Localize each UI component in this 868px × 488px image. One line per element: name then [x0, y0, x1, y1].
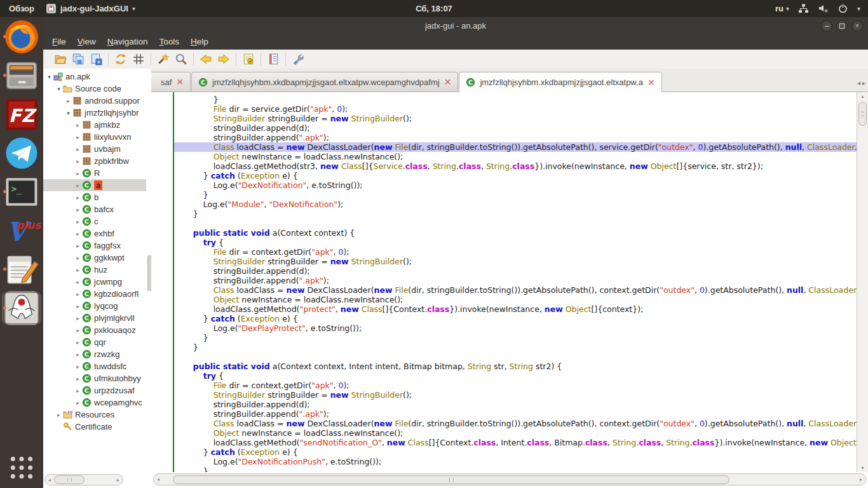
tree-item-liixyluvvxn[interactable]: ▸liixyluvvxn: [43, 131, 146, 143]
menu-tools[interactable]: Tools: [154, 35, 185, 48]
tab-scroll-right-icon[interactable]: ▸: [862, 79, 865, 86]
scroll-right-icon[interactable]: ▸: [857, 477, 865, 482]
scroll-left-icon[interactable]: ◂: [154, 477, 163, 482]
tree-item-qqr[interactable]: ▸Cqqr: [43, 336, 146, 348]
tree-collapsed-icon[interactable]: ▸: [74, 303, 82, 309]
tree-collapsed-icon[interactable]: ▸: [74, 376, 82, 382]
forward-button[interactable]: [217, 53, 230, 65]
tree-item-b[interactable]: ▸Cb: [43, 191, 146, 203]
scroll-left-icon[interactable]: ◂: [45, 477, 54, 483]
tree-collapsed-icon[interactable]: ▸: [55, 412, 63, 418]
reload-button[interactable]: [114, 53, 127, 65]
network-icon[interactable]: [798, 3, 809, 14]
dock-item-notes[interactable]: [3, 254, 41, 285]
tree-item-uvbajm[interactable]: ▸uvbajm: [43, 143, 146, 155]
tree-item-tuwddsfc[interactable]: ▸Ctuwddsfc: [43, 360, 146, 372]
dock-item-telegram[interactable]: [3, 138, 41, 168]
tree-item-r[interactable]: ▸CR: [43, 167, 146, 179]
tree-collapsed-icon[interactable]: ▸: [74, 363, 82, 370]
tree-collapsed-icon[interactable]: ▸: [74, 194, 82, 201]
tree-item-kgbzdioaorfl[interactable]: ▸Ckgbzdioaorfl: [43, 288, 146, 300]
preferences-button[interactable]: [292, 53, 304, 65]
tree-collapsed-icon[interactable]: ▸: [74, 279, 82, 285]
tree-collapsed-icon[interactable]: ▸: [74, 182, 82, 189]
keyboard-indicator[interactable]: ru ▾: [775, 4, 789, 13]
maximize-button[interactable]: [836, 20, 848, 32]
tree-item-ajmkbz[interactable]: ▸ajmkbz: [43, 119, 146, 131]
tab-wcepamghvdpafmj[interactable]: Cjmzfzllqhjsyhbm.xkdbapmjzjjsgaot.eltxat…: [191, 72, 458, 92]
tree-collapsed-icon[interactable]: ▸: [74, 388, 82, 394]
menu-help[interactable]: Help: [186, 35, 214, 48]
tree-collapsed-icon[interactable]: ▸: [74, 122, 82, 128]
tree-collapsed-icon[interactable]: ▸: [74, 134, 82, 140]
tree-item-huz[interactable]: ▸Chuz: [43, 264, 146, 276]
export-button[interactable]: [90, 53, 102, 65]
tree-collapsed-icon[interactable]: ▸: [74, 351, 82, 358]
tree-collapsed-icon[interactable]: ▸: [74, 146, 82, 152]
scroll-up-icon[interactable]: ▴: [857, 93, 868, 99]
tree-item-c[interactable]: ▸Cc: [43, 215, 146, 227]
tree-collapsed-icon[interactable]: ▸: [74, 207, 82, 213]
save-all-button[interactable]: [72, 53, 85, 65]
tab-scroll-left-icon[interactable]: ◂: [857, 79, 860, 86]
tree-vertical-scrollbar[interactable]: [147, 70, 151, 473]
tree-item-lyqcog[interactable]: ▸Clyqcog: [43, 300, 146, 312]
tree-item-rzwzkg[interactable]: ▸Crzwzkg: [43, 348, 146, 360]
tree-item-ufmkutohbyy[interactable]: ▸Cufmkutohbyy: [43, 372, 146, 384]
tree-item-zpbkfrlbw[interactable]: ▸zpbkfrlbw: [43, 155, 146, 167]
code-editor[interactable]: } File dir = service.getDir("apk", 0); S…: [151, 92, 868, 472]
tree-collapsed-icon[interactable]: ▸: [64, 98, 72, 104]
volume-muted-icon[interactable]: [818, 3, 829, 14]
dock-item-jadx[interactable]: [3, 293, 41, 323]
tree-collapsed-icon[interactable]: ▸: [74, 267, 82, 273]
deobfuscation-button[interactable]: [132, 53, 145, 65]
tree-item-faggfsx[interactable]: ▸Cfaggfsx: [43, 240, 146, 252]
tree-collapsed-icon[interactable]: ▸: [74, 158, 82, 165]
tree-item-pxklouaqoz[interactable]: ▸Cpxklouaqoz: [43, 324, 146, 336]
tree-expanded-icon[interactable]: ▾: [64, 110, 72, 116]
window-titlebar[interactable]: jadx-gui - an.apk ×: [43, 17, 868, 34]
open-file-button[interactable]: [54, 53, 67, 65]
search-button[interactable]: [175, 53, 187, 65]
quick-commands-button[interactable]: [157, 53, 170, 65]
tree-collapsed-icon[interactable]: ▸: [74, 315, 82, 322]
tab-close-icon[interactable]: ✕: [176, 78, 184, 86]
tree-item-exhbf[interactable]: ▸Cexhbf: [43, 227, 146, 240]
editor-hscroll-thumb[interactable]: [173, 475, 729, 484]
menu-file[interactable]: File: [47, 35, 71, 48]
tree-item-plvjmlgkrvll[interactable]: ▸Cplvjmlgkrvll: [43, 312, 146, 324]
tab-close-icon[interactable]: ✕: [648, 78, 655, 87]
back-button[interactable]: [200, 53, 212, 65]
app-menu[interactable]: jadx-gui-JadxGUI ▾: [46, 3, 135, 14]
tree-expanded-icon[interactable]: ▾: [55, 86, 63, 92]
code-viewport[interactable]: } File dir = service.getDir("apk", 0); S…: [174, 92, 857, 472]
dock-item-firefox[interactable]: [3, 22, 41, 52]
tab-a[interactable]: Cjmzfzllqhjsyhbm.xkdbapmjzjjsgaot.eltxat…: [459, 72, 661, 92]
menu-navigation[interactable]: Navigation: [102, 35, 153, 48]
minimize-button[interactable]: [821, 20, 832, 32]
tree-collapsed-icon[interactable]: ▸: [74, 400, 82, 406]
system-menu-chevron-icon[interactable]: ▾: [857, 5, 860, 12]
tree-item-ggkkwpt[interactable]: ▸Cggkkwpt: [43, 252, 146, 264]
tab-saf[interactable]: saf✕: [151, 72, 191, 92]
menu-view[interactable]: View: [72, 35, 101, 48]
tree-expanded-icon[interactable]: ▾: [45, 74, 53, 80]
activities-button[interactable]: Обзор: [9, 4, 34, 13]
tree-item-an-apk[interactable]: ▾an.apk: [43, 71, 146, 83]
tree-item-android-suppor[interactable]: ▸android.suppor: [43, 95, 146, 107]
dock-item-show-applications[interactable]: [3, 452, 41, 483]
editor-vertical-scrollbar[interactable]: ▴ ▾: [857, 92, 868, 472]
tree-item-certificate[interactable]: Certificate: [43, 421, 146, 433]
tree-horizontal-scrollbar[interactable]: ◂ ▸: [44, 474, 123, 485]
tree-item-a[interactable]: ▸Ca: [43, 179, 146, 191]
sign-button[interactable]: [242, 53, 255, 65]
editor-vscroll-thumb[interactable]: [858, 102, 867, 126]
tree-collapsed-icon[interactable]: ▸: [74, 327, 82, 334]
scroll-down-icon[interactable]: ▾: [857, 465, 868, 471]
tree-collapsed-icon[interactable]: ▸: [74, 339, 82, 346]
tree-collapsed-icon[interactable]: ▸: [74, 243, 82, 249]
editor-horizontal-scrollbar[interactable]: ◂ ▸: [153, 473, 866, 485]
dock-item-filezilla[interactable]: FZ: [3, 99, 41, 130]
tree-item-bafcx[interactable]: ▸Cbafcx: [43, 203, 146, 215]
scroll-right-icon[interactable]: ▸: [114, 477, 123, 483]
